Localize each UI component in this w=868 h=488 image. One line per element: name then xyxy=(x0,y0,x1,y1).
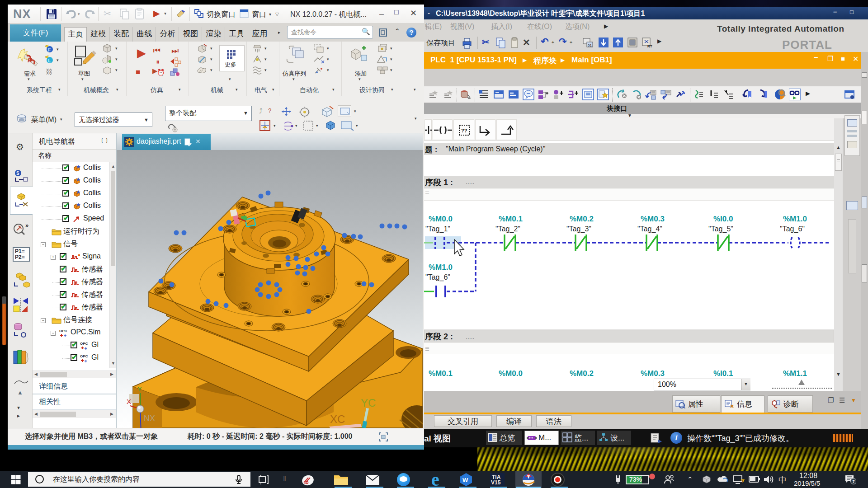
svg-text:X: X xyxy=(127,398,131,405)
svg-text:R: R xyxy=(28,56,33,64)
svg-text:%M1.1: %M1.1 xyxy=(783,369,807,378)
svg-text:%M0.1: %M0.1 xyxy=(429,369,453,378)
svg-text:"Tag_6": "Tag_6" xyxy=(425,273,450,282)
svg-text:%M0.2: %M0.2 xyxy=(570,369,594,378)
svg-text:"Tag_6": "Tag_6" xyxy=(780,225,805,233)
svg-text:%M0.3: %M0.3 xyxy=(641,369,665,378)
svg-text:OPC: OPC xyxy=(80,342,88,346)
svg-text:"Tag_3": "Tag_3" xyxy=(566,225,591,233)
svg-text:01: 01 xyxy=(588,43,592,47)
svg-text:.....: ..... xyxy=(466,333,474,340)
svg-text:%M1.0: %M1.0 xyxy=(783,215,807,223)
svg-text:"Tag_1": "Tag_1" xyxy=(425,225,450,233)
svg-text:NX: NX xyxy=(144,414,155,423)
svg-text:☰: ☰ xyxy=(425,346,429,352)
svg-text:!: ! xyxy=(742,480,743,483)
svg-text:S: S xyxy=(16,171,19,176)
svg-text:"Tag_2": "Tag_2" xyxy=(495,225,520,233)
svg-text:%M0.2: %M0.2 xyxy=(570,215,594,223)
svg-text:Y: Y xyxy=(137,385,142,393)
svg-text:??: ?? xyxy=(461,128,467,133)
svg-text:OPC: OPC xyxy=(59,329,67,333)
svg-text:7: 7 xyxy=(853,479,855,484)
svg-text:YC: YC xyxy=(361,397,376,409)
svg-text:XC: XC xyxy=(330,413,345,425)
svg-text:OPC: OPC xyxy=(80,354,88,358)
svg-text:"Tag_5": "Tag_5" xyxy=(708,225,733,233)
svg-text:%M0.1: %M0.1 xyxy=(499,215,523,223)
svg-text:RT: RT xyxy=(647,44,652,48)
svg-text:»: » xyxy=(25,222,28,229)
svg-text:%I0.0: %I0.0 xyxy=(713,215,733,223)
svg-text:%M1.0: %M1.0 xyxy=(429,263,453,272)
svg-text:L: L xyxy=(48,58,51,63)
svg-text:"Tag_4": "Tag_4" xyxy=(637,225,662,233)
svg-text:序段 2 :: 序段 2 : xyxy=(425,332,453,341)
svg-text:%M0.0: %M0.0 xyxy=(429,215,453,223)
svg-text:W: W xyxy=(462,477,468,483)
svg-text:%I0.1: %I0.1 xyxy=(713,369,733,378)
svg-text:%M0.0: %M0.0 xyxy=(499,369,523,378)
svg-text:%M0.3: %M0.3 xyxy=(641,215,665,223)
svg-text:F: F xyxy=(48,47,51,52)
